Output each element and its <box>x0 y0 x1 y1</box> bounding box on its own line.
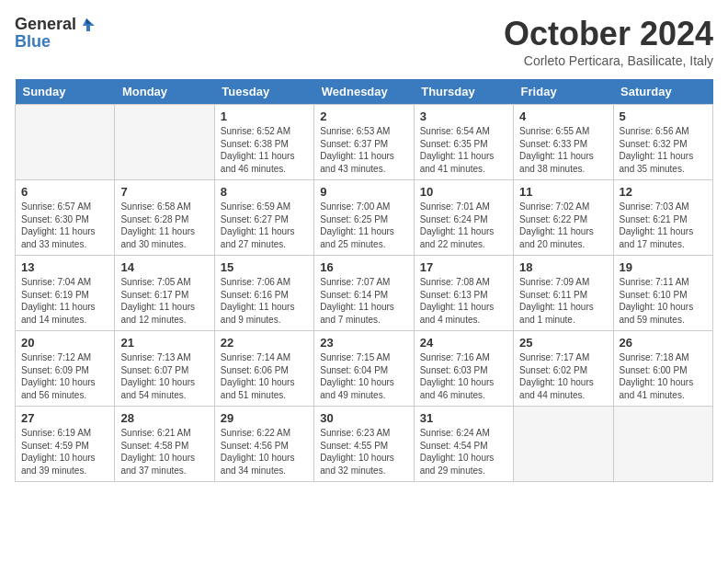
calendar-cell: 26Sunrise: 7:18 AMSunset: 6:00 PMDayligh… <box>613 331 712 407</box>
cell-info: Sunrise: 7:08 AMSunset: 6:13 PMDaylight:… <box>420 276 507 326</box>
month-title: October 2024 <box>504 15 713 53</box>
calendar-cell: 20Sunrise: 7:12 AMSunset: 6:09 PMDayligh… <box>16 331 115 407</box>
header-tuesday: Tuesday <box>214 79 313 105</box>
day-number: 17 <box>420 260 507 274</box>
calendar-cell: 24Sunrise: 7:16 AMSunset: 6:03 PMDayligh… <box>414 331 513 407</box>
week-row-4: 20Sunrise: 7:12 AMSunset: 6:09 PMDayligh… <box>16 331 713 407</box>
logo-bird-icon <box>78 17 95 33</box>
cell-info: Sunrise: 7:11 AMSunset: 6:10 PMDaylight:… <box>620 276 707 326</box>
calendar-cell: 21Sunrise: 7:13 AMSunset: 6:07 PMDayligh… <box>115 331 214 407</box>
calendar-cell: 7Sunrise: 6:58 AMSunset: 6:28 PMDaylight… <box>115 180 214 256</box>
cell-info: Sunrise: 6:54 AMSunset: 6:35 PMDaylight:… <box>420 125 507 175</box>
cell-info: Sunrise: 7:09 AMSunset: 6:11 PMDaylight:… <box>519 276 607 326</box>
calendar-cell <box>613 407 712 482</box>
cell-info: Sunrise: 7:05 AMSunset: 6:17 PMDaylight:… <box>120 276 208 326</box>
cell-info: Sunrise: 7:07 AMSunset: 6:14 PMDaylight:… <box>320 276 407 326</box>
day-number: 22 <box>221 336 308 350</box>
day-number: 2 <box>320 109 407 123</box>
title-section: October 2024 Corleto Perticara, Basilica… <box>504 15 713 68</box>
week-row-1: 1Sunrise: 6:52 AMSunset: 6:38 PMDaylight… <box>16 105 713 180</box>
day-number: 13 <box>21 260 108 274</box>
cell-info: Sunrise: 7:06 AMSunset: 6:16 PMDaylight:… <box>221 276 308 326</box>
day-number: 3 <box>420 109 507 123</box>
cell-info: Sunrise: 7:16 AMSunset: 6:03 PMDaylight:… <box>420 351 507 401</box>
day-number: 23 <box>320 336 407 350</box>
day-number: 25 <box>519 336 607 350</box>
cell-info: Sunrise: 7:01 AMSunset: 6:24 PMDaylight:… <box>420 201 507 250</box>
calendar-cell: 9Sunrise: 7:00 AMSunset: 6:25 PMDaylight… <box>314 180 414 256</box>
cell-info: Sunrise: 6:24 AMSunset: 4:54 PMDaylight:… <box>420 427 507 477</box>
day-number: 12 <box>620 185 707 199</box>
page-header: General Blue October 2024 Corleto Pertic… <box>15 15 713 68</box>
cell-info: Sunrise: 7:00 AMSunset: 6:25 PMDaylight:… <box>320 201 407 250</box>
cell-info: Sunrise: 7:14 AMSunset: 6:06 PMDaylight:… <box>221 351 308 401</box>
calendar-cell <box>514 407 613 482</box>
cell-info: Sunrise: 7:12 AMSunset: 6:09 PMDaylight:… <box>21 351 108 401</box>
calendar-cell: 23Sunrise: 7:15 AMSunset: 6:04 PMDayligh… <box>314 331 414 407</box>
day-number: 28 <box>120 411 208 425</box>
cell-info: Sunrise: 6:23 AMSunset: 4:55 PMDaylight:… <box>320 427 407 477</box>
calendar-cell: 12Sunrise: 7:03 AMSunset: 6:21 PMDayligh… <box>613 180 712 256</box>
calendar-cell: 29Sunrise: 6:22 AMSunset: 4:56 PMDayligh… <box>214 407 313 482</box>
cell-info: Sunrise: 6:59 AMSunset: 6:27 PMDaylight:… <box>221 201 308 250</box>
logo-blue: Blue <box>15 32 51 52</box>
calendar-cell <box>16 105 115 180</box>
calendar-cell: 18Sunrise: 7:09 AMSunset: 6:11 PMDayligh… <box>514 256 613 331</box>
day-number: 19 <box>620 260 707 274</box>
day-number: 10 <box>420 185 507 199</box>
calendar-cell: 31Sunrise: 6:24 AMSunset: 4:54 PMDayligh… <box>414 407 513 482</box>
cell-info: Sunrise: 7:17 AMSunset: 6:02 PMDaylight:… <box>519 351 607 401</box>
cell-info: Sunrise: 6:53 AMSunset: 6:37 PMDaylight:… <box>320 125 407 175</box>
header-thursday: Thursday <box>414 79 513 105</box>
day-number: 31 <box>420 411 507 425</box>
calendar-cell: 14Sunrise: 7:05 AMSunset: 6:17 PMDayligh… <box>115 256 214 331</box>
day-number: 5 <box>620 109 707 123</box>
cell-info: Sunrise: 6:55 AMSunset: 6:33 PMDaylight:… <box>519 125 607 175</box>
day-number: 6 <box>21 185 108 199</box>
calendar-cell: 2Sunrise: 6:53 AMSunset: 6:37 PMDaylight… <box>314 105 414 180</box>
day-number: 4 <box>519 109 607 123</box>
cell-info: Sunrise: 7:04 AMSunset: 6:19 PMDaylight:… <box>21 276 108 326</box>
calendar-cell: 1Sunrise: 6:52 AMSunset: 6:38 PMDaylight… <box>214 105 313 180</box>
header-sunday: Sunday <box>16 79 115 105</box>
calendar-cell: 16Sunrise: 7:07 AMSunset: 6:14 PMDayligh… <box>314 256 414 331</box>
day-number: 8 <box>221 185 308 199</box>
calendar-table: SundayMondayTuesdayWednesdayThursdayFrid… <box>15 79 713 482</box>
day-number: 24 <box>420 336 507 350</box>
calendar-cell: 6Sunrise: 6:57 AMSunset: 6:30 PMDaylight… <box>16 180 115 256</box>
cell-info: Sunrise: 6:52 AMSunset: 6:38 PMDaylight:… <box>221 125 308 175</box>
cell-info: Sunrise: 6:57 AMSunset: 6:30 PMDaylight:… <box>21 201 108 250</box>
day-number: 20 <box>21 336 108 350</box>
cell-info: Sunrise: 6:19 AMSunset: 4:59 PMDaylight:… <box>21 427 108 477</box>
day-number: 9 <box>320 185 407 199</box>
calendar-cell: 3Sunrise: 6:54 AMSunset: 6:35 PMDaylight… <box>414 105 513 180</box>
logo: General Blue <box>15 15 95 52</box>
week-row-5: 27Sunrise: 6:19 AMSunset: 4:59 PMDayligh… <box>16 407 713 482</box>
day-number: 29 <box>221 411 308 425</box>
day-number: 30 <box>320 411 407 425</box>
header-saturday: Saturday <box>613 79 712 105</box>
svg-marker-0 <box>83 18 95 31</box>
calendar-cell: 22Sunrise: 7:14 AMSunset: 6:06 PMDayligh… <box>214 331 313 407</box>
cell-info: Sunrise: 6:58 AMSunset: 6:28 PMDaylight:… <box>120 201 208 250</box>
calendar-cell: 10Sunrise: 7:01 AMSunset: 6:24 PMDayligh… <box>414 180 513 256</box>
calendar-cell: 25Sunrise: 7:17 AMSunset: 6:02 PMDayligh… <box>514 331 613 407</box>
calendar-cell <box>115 105 214 180</box>
cell-info: Sunrise: 7:13 AMSunset: 6:07 PMDaylight:… <box>120 351 208 401</box>
day-number: 16 <box>320 260 407 274</box>
cell-info: Sunrise: 6:22 AMSunset: 4:56 PMDaylight:… <box>221 427 308 477</box>
calendar-cell: 13Sunrise: 7:04 AMSunset: 6:19 PMDayligh… <box>16 256 115 331</box>
cell-info: Sunrise: 7:03 AMSunset: 6:21 PMDaylight:… <box>620 201 707 250</box>
day-number: 1 <box>221 109 308 123</box>
cell-info: Sunrise: 6:56 AMSunset: 6:32 PMDaylight:… <box>620 125 707 175</box>
day-number: 14 <box>120 260 208 274</box>
header-friday: Friday <box>514 79 613 105</box>
calendar-cell: 27Sunrise: 6:19 AMSunset: 4:59 PMDayligh… <box>16 407 115 482</box>
logo-general: General <box>15 15 76 34</box>
calendar-cell: 15Sunrise: 7:06 AMSunset: 6:16 PMDayligh… <box>214 256 313 331</box>
calendar-cell: 30Sunrise: 6:23 AMSunset: 4:55 PMDayligh… <box>314 407 414 482</box>
day-number: 26 <box>620 336 707 350</box>
calendar-header-row: SundayMondayTuesdayWednesdayThursdayFrid… <box>16 79 713 105</box>
day-number: 11 <box>519 185 607 199</box>
calendar-cell: 4Sunrise: 6:55 AMSunset: 6:33 PMDaylight… <box>514 105 613 180</box>
